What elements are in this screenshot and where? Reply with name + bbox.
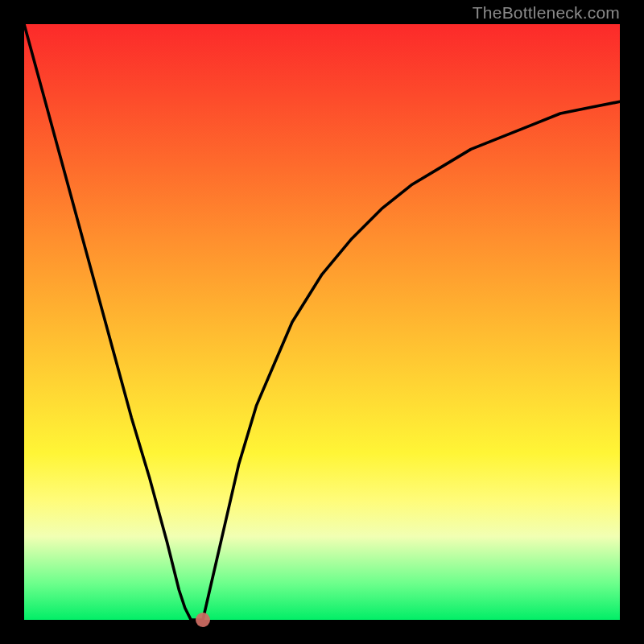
- bottleneck-curve: [24, 24, 620, 620]
- bottleneck-marker: [196, 613, 210, 627]
- chart-frame: TheBottleneck.com: [0, 0, 644, 644]
- plot-area: [24, 24, 620, 620]
- watermark-text: TheBottleneck.com: [473, 3, 620, 23]
